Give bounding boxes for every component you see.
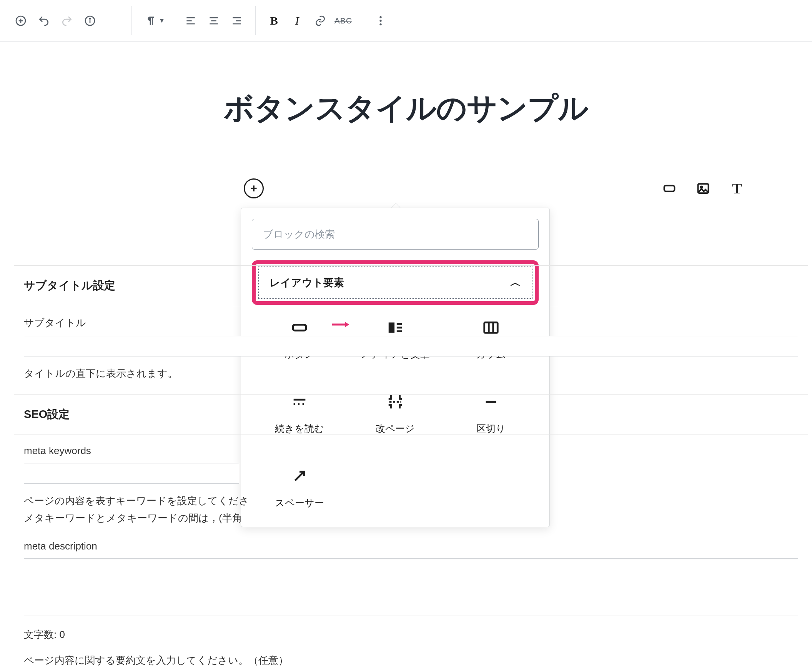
italic-button[interactable]: I [286, 9, 309, 32]
svg-point-20 [379, 23, 381, 25]
undo-button[interactable] [32, 9, 55, 32]
bold-button[interactable]: B [263, 9, 286, 32]
svg-point-25 [701, 186, 702, 188]
align-left-button[interactable] [179, 9, 202, 32]
subtitle-hint: タイトルの直下に表示されます。 [14, 356, 808, 383]
align-right-button[interactable] [225, 9, 248, 32]
page-title[interactable]: ボタンスタイルのサンプル [0, 88, 812, 129]
subtitle-section-heading: サブタイトル設定 [14, 265, 808, 306]
align-center-button[interactable] [202, 9, 225, 32]
redo-button[interactable] [55, 9, 78, 32]
add-block-button[interactable] [9, 9, 32, 32]
shortcut-block-icon[interactable] [660, 179, 679, 198]
meta-keywords-hint2: メタキーワードとメタキーワードの間は，(半角 [14, 509, 808, 527]
svg-rect-23 [664, 186, 675, 191]
meta-description-hint1: ページ内容に関する要約文を入力してください。（任意） [14, 643, 808, 666]
svg-point-5 [90, 18, 90, 19]
shortcut-text-icon[interactable]: T [727, 179, 747, 198]
svg-point-18 [379, 16, 381, 18]
meta-description-label: meta description [24, 540, 798, 552]
subtitle-input[interactable] [24, 336, 798, 356]
search-input[interactable] [252, 219, 539, 250]
outline-button[interactable] [102, 9, 125, 32]
paragraph-button[interactable] [139, 9, 162, 32]
shortcut-image-icon[interactable] [694, 179, 713, 198]
chevron-down-icon: ▼ [159, 17, 165, 24]
char-count: 文字数: 0 [14, 618, 808, 644]
seo-section-heading: SEO設定 [14, 394, 808, 435]
meta-keywords-input[interactable] [24, 463, 239, 484]
svg-point-19 [379, 20, 381, 22]
info-button[interactable] [78, 9, 102, 32]
more-options-button[interactable] [369, 9, 392, 32]
popover-arrow [390, 202, 401, 208]
meta-keywords-hint1: ページの内容を表すキーワードを設定してくださ [14, 484, 808, 510]
inline-add-block-button[interactable] [244, 178, 264, 198]
editor-toolbar: ▼ B I ABC [0, 0, 812, 42]
link-button[interactable] [309, 9, 332, 32]
meta-description-input[interactable] [24, 558, 798, 616]
meta-keywords-label: meta keywords [24, 445, 798, 457]
strikethrough-button[interactable]: ABC [332, 9, 355, 32]
subtitle-label: サブタイトル [24, 316, 798, 330]
